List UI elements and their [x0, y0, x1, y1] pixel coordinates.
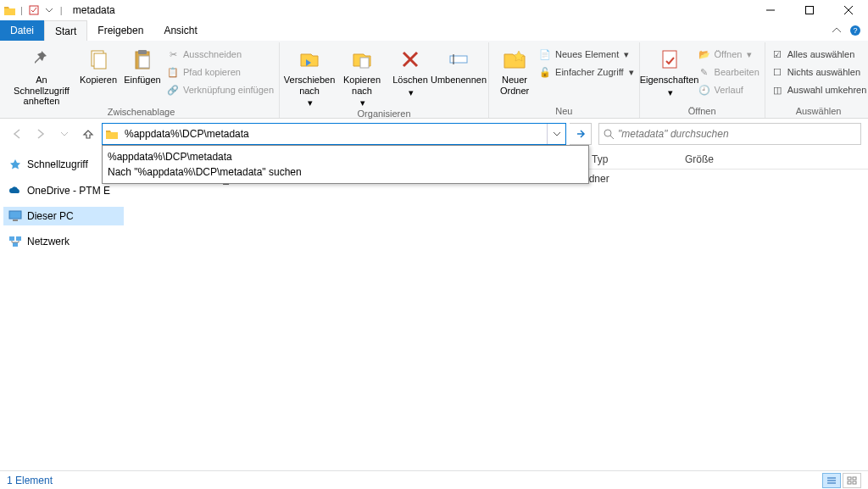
tab-share[interactable]: Freigeben	[87, 20, 153, 41]
svg-rect-28	[848, 477, 851, 480]
new-folder-button[interactable]: Neuer Ordner	[494, 44, 535, 96]
select-all-button[interactable]: ☑Alles auswählen	[771, 46, 867, 63]
group-new: Neuer Ordner 📄Neues Element▾ 🔓Einfacher …	[489, 42, 640, 118]
svg-text:?: ?	[853, 26, 857, 35]
svg-rect-11	[139, 56, 149, 68]
help-icon[interactable]: ?	[849, 25, 861, 36]
rename-button[interactable]: Umbenennen	[434, 44, 483, 86]
address-bar[interactable]: %appdata%\DCP\metadata Nach "%appdata%\D…	[102, 123, 566, 145]
view-large-button[interactable]	[843, 473, 861, 488]
edit-button[interactable]: ✎Bearbeiten	[698, 64, 760, 81]
address-input[interactable]	[121, 125, 547, 143]
forward-button[interactable]	[31, 124, 51, 144]
separator: |	[20, 5, 23, 15]
paste-button[interactable]: Einfügen	[122, 44, 163, 86]
easy-access-icon: 🔓	[538, 65, 552, 79]
file-list: Name tum Typ Größe cfm121990_99e9cd962fe…	[127, 149, 868, 470]
back-button[interactable]	[7, 124, 27, 144]
qat-properties-icon[interactable]	[28, 4, 40, 16]
svg-rect-17	[663, 51, 676, 68]
svg-rect-20	[9, 211, 21, 219]
chevron-down-icon: ▾	[360, 97, 365, 108]
open-button[interactable]: 📂Öffnen▾	[698, 46, 760, 63]
address-dropdown[interactable]	[547, 124, 565, 144]
paste-label: Einfügen	[124, 75, 160, 86]
svg-rect-22	[9, 236, 14, 241]
sidebar-onedrive[interactable]: OneDrive - PTM E	[3, 181, 124, 200]
svg-line-19	[610, 136, 614, 139]
separator: |	[60, 5, 63, 15]
edit-icon: ✎	[698, 65, 711, 79]
folder-icon	[3, 4, 15, 16]
group-select: ☑Alles auswählen ☐Nichts auswählen ◫Ausw…	[765, 42, 868, 118]
close-button[interactable]	[829, 0, 868, 20]
svg-rect-21	[13, 219, 18, 221]
invert-icon: ◫	[771, 83, 784, 97]
pin-label: An Schnellzugriff anheften	[8, 75, 75, 107]
view-details-button[interactable]	[822, 473, 841, 488]
easy-access-button[interactable]: 🔓Einfacher Zugriff▾	[538, 64, 634, 81]
qat-dropdown-icon[interactable]	[43, 4, 55, 16]
network-icon	[8, 236, 22, 247]
folder-icon	[103, 128, 121, 140]
select-none-icon: ☐	[771, 65, 784, 79]
go-button[interactable]	[570, 123, 592, 145]
window-title: metadata	[73, 4, 115, 16]
open-icon: 📂	[698, 47, 711, 61]
svg-rect-29	[853, 477, 856, 480]
svg-rect-31	[853, 481, 856, 484]
svg-rect-23	[16, 236, 21, 241]
ribbon: An Schnellzugriff anheften Kopieren Einf…	[0, 41, 868, 119]
suggestion-item[interactable]: Nach "%appdata%\DCP\metadata" suchen	[108, 164, 583, 180]
tab-file[interactable]: Datei	[0, 20, 44, 41]
chevron-down-icon: ▾	[409, 87, 414, 98]
paste-link-button[interactable]: 🔗Verknüpfung einfügen	[166, 81, 274, 98]
up-button[interactable]	[78, 124, 98, 144]
col-size[interactable]: Größe	[678, 153, 754, 165]
svg-point-18	[604, 130, 611, 136]
maximize-button[interactable]	[790, 0, 829, 20]
suggestion-item[interactable]: %appdata%\DCP\metadata	[108, 149, 583, 164]
search-icon	[603, 128, 615, 140]
move-to-button[interactable]: Verschieben nach▾	[285, 44, 334, 108]
status-count: 1 Element	[7, 475, 53, 486]
tab-view[interactable]: Ansicht	[153, 20, 207, 41]
title-bar: | | metadata	[0, 0, 868, 20]
new-item-button[interactable]: 📄Neues Element▾	[538, 46, 634, 63]
svg-rect-30	[848, 481, 851, 484]
cloud-icon	[8, 186, 22, 196]
sidebar-network[interactable]: Netzwerk	[3, 232, 124, 251]
select-none-button[interactable]: ☐Nichts auswählen	[771, 64, 867, 81]
new-item-icon: 📄	[538, 47, 552, 61]
col-type[interactable]: Typ	[585, 153, 678, 165]
invert-selection-button[interactable]: ◫Auswahl umkehren	[771, 81, 867, 98]
svg-rect-15	[450, 56, 467, 63]
status-bar: 1 Element	[0, 470, 868, 489]
cut-button[interactable]: ✂Ausschneiden	[166, 46, 274, 63]
properties-button[interactable]: Eigenschaften▾	[645, 44, 694, 97]
ribbon-collapse-icon[interactable]	[832, 26, 841, 35]
minimize-button[interactable]	[751, 0, 790, 20]
address-suggestions: %appdata%\DCP\metadata Nach "%appdata%\D…	[102, 145, 589, 184]
group-label: Zwischenablage	[108, 107, 175, 117]
tab-start[interactable]: Start	[44, 20, 87, 41]
history-button[interactable]: 🕘Verlauf	[698, 81, 760, 98]
delete-button[interactable]: Löschen▾	[390, 44, 431, 97]
copy-button[interactable]: Kopieren	[78, 44, 119, 86]
svg-rect-10	[138, 50, 147, 54]
pin-quick-access-button[interactable]: An Schnellzugriff anheften	[8, 44, 75, 107]
path-icon: 📋	[166, 65, 180, 79]
select-all-icon: ☑	[771, 47, 784, 61]
ribbon-tabs: Datei Start Freigeben Ansicht ?	[0, 20, 868, 41]
svg-rect-2	[806, 7, 814, 14]
history-icon: 🕘	[698, 83, 711, 97]
pc-icon	[8, 210, 22, 222]
sidebar-this-pc[interactable]: Dieser PC	[3, 207, 124, 225]
copy-to-button[interactable]: Kopieren nach▾	[337, 44, 387, 108]
search-box[interactable]	[598, 123, 861, 145]
svg-rect-12	[360, 58, 369, 68]
search-input[interactable]	[618, 128, 857, 140]
link-icon: 🔗	[166, 83, 180, 97]
recent-dropdown[interactable]	[54, 124, 75, 144]
copy-path-button[interactable]: 📋Pfad kopieren	[166, 64, 274, 81]
